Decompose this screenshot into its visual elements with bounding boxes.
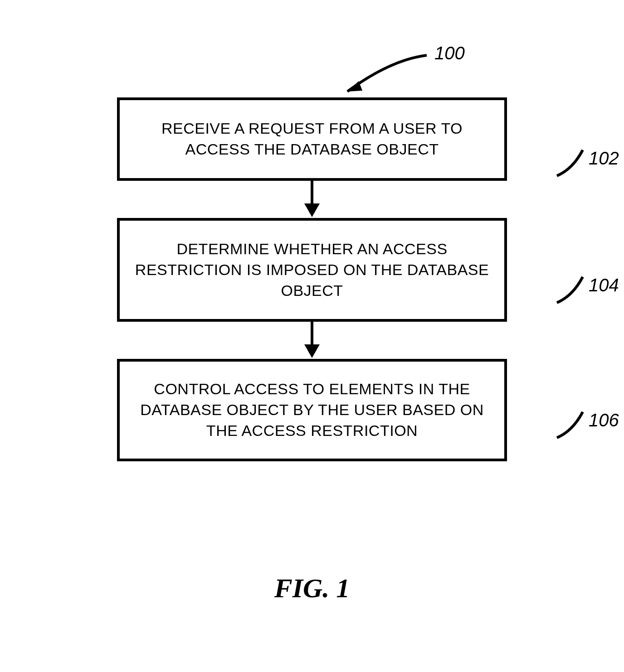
ref-label-100: 100 bbox=[434, 43, 465, 63]
ref-label-102: 102 bbox=[589, 148, 619, 169]
svg-marker-4 bbox=[304, 344, 320, 358]
pointer-tick-104 bbox=[555, 273, 591, 305]
flow-box-106: CONTROL ACCESS TO ELEMENTS IN THE DATABA… bbox=[117, 359, 507, 461]
svg-marker-2 bbox=[304, 203, 320, 217]
ref-label-104: 104 bbox=[589, 275, 619, 295]
arrow-down-2 bbox=[117, 322, 507, 359]
flow-box-104: DETERMINE WHETHER AN ACCESS RESTRICTION … bbox=[117, 218, 507, 322]
flowchart-container: 100 RECEIVE A REQUEST FROM A USER TO ACC… bbox=[85, 43, 539, 461]
ref-label-106: 106 bbox=[589, 410, 619, 430]
figure-caption: FIG. 1 bbox=[274, 573, 350, 604]
arrow-down-1 bbox=[117, 181, 507, 218]
flow-box-text: DETERMINE WHETHER AN ACCESS RESTRICTION … bbox=[135, 240, 489, 299]
flow-box-text: CONTROL ACCESS TO ELEMENTS IN THE DATABA… bbox=[140, 380, 483, 439]
pointer-tick-106 bbox=[555, 408, 591, 440]
flow-box-text: RECEIVE A REQUEST FROM A USER TO ACCESS … bbox=[161, 120, 463, 158]
pointer-tick-102 bbox=[555, 146, 591, 178]
flow-box-102: RECEIVE A REQUEST FROM A USER TO ACCESS … bbox=[117, 97, 507, 181]
